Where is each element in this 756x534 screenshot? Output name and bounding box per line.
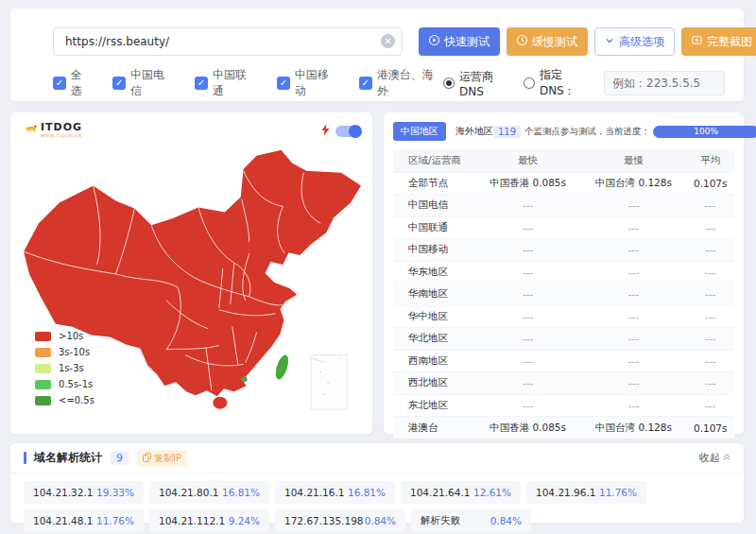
toolbar-card: ✕ 快速测试 缓慢测试 高级选项 (9, 8, 745, 102)
quick-test-button[interactable]: 快速测试 (419, 27, 500, 56)
legend-label: 0.5s-1s (59, 379, 93, 389)
table-row: 中国联通 --- --- --- (393, 216, 734, 239)
dns-count-badge: 9 (111, 451, 129, 465)
quick-test-label: 快速测试 (444, 34, 490, 50)
url-input[interactable] (53, 27, 403, 56)
header-region: 区域/运营商 (393, 149, 475, 172)
checkbox-checked-icon: ✓ (195, 77, 208, 90)
table-row: 东北地区 --- --- --- (393, 394, 734, 417)
checkbox-checked-icon: ✓ (112, 77, 126, 90)
title-accent-bar (24, 452, 26, 464)
clear-input-icon[interactable]: ✕ (381, 34, 395, 48)
clock-icon (517, 35, 527, 48)
collapse-button[interactable]: 收起 (699, 451, 730, 465)
lightning-icon (321, 122, 330, 140)
logo-subtitle: WWW.ITDOG.CN (41, 133, 82, 138)
dog-icon (24, 121, 38, 139)
legend-item: 1s-3s (35, 360, 94, 376)
south-china-sea-inset (311, 354, 347, 409)
play-icon (429, 35, 439, 48)
map-legend: >10s 3s-10s 1s-3s 0.5s-1s <=0.5s (35, 328, 94, 408)
slow-test-label: 缓慢测试 (532, 34, 577, 50)
result-table: 区域/运营商 最快 最慢 平均 全部节点 中国香港 0.085s 中国台湾 0.… (393, 149, 734, 439)
table-row: 西北地区 --- --- --- (393, 372, 734, 395)
legend-label: 3s-10s (59, 347, 90, 357)
legend-swatch-lightgreen (35, 364, 51, 373)
radio-custom-dns[interactable]: 指定DNS： (524, 67, 596, 99)
legend-item: 3s-10s (35, 344, 94, 360)
table-row: 港澳台 中国香港 0.085s 中国台湾 0.128s 0.107s (393, 417, 734, 439)
table-row: 中国移动 --- --- --- (393, 239, 734, 262)
checkbox-label: 港澳台、海外 (377, 67, 444, 99)
checkbox-label: 中国移动 (295, 67, 339, 99)
checkbox-label: 中国电信 (130, 67, 175, 99)
checkbox-label: 中国联通 (213, 67, 257, 99)
ip-chip: 104.21.96.1 11.76% (526, 481, 646, 504)
header-fastest: 最快 (475, 149, 581, 172)
taiwan-region (273, 353, 291, 381)
screenshot-icon (692, 35, 702, 48)
full-screenshot-label: 完整截图 (707, 34, 752, 50)
legend-item: 0.5s-1s (35, 376, 94, 392)
legend-item: >10s (35, 328, 94, 344)
radio-carrier-dns[interactable]: 运营商DNS (443, 69, 516, 98)
legend-item: <=0.5s (35, 392, 94, 408)
dns-stats-panel: 域名解析统计 9 复制IP 收起 104.21.32.1 19.33% 104.… (9, 442, 745, 524)
radio-carrier-dns-label: 运营商DNS (459, 69, 516, 98)
legend-swatch-orange (35, 348, 51, 357)
progress-text: 个监测点参与测试，当前进度： (524, 126, 650, 138)
chevron-down-icon (605, 35, 614, 48)
copy-ip-button[interactable]: 复制IP (137, 450, 187, 467)
legend-swatch-green (35, 380, 51, 389)
header-average: 平均 (686, 149, 734, 172)
ip-chip: 104.21.112.1 9.24% (149, 509, 269, 532)
hongkong-region (242, 376, 248, 382)
toggle-knob (349, 125, 362, 138)
advanced-options-button[interactable]: 高级选项 (594, 27, 675, 56)
copy-icon (143, 453, 151, 464)
url-input-wrap: ✕ (53, 27, 403, 56)
checkbox-china-mobile[interactable]: ✓ 中国移动 (277, 67, 339, 99)
legend-swatch-red (35, 332, 51, 341)
table-row: 华北地区 --- --- --- (393, 328, 734, 351)
ip-chip-list: 104.21.32.1 19.33% 104.21.80.1 16.81% 10… (10, 474, 744, 534)
table-row: 华东地区 --- --- --- (393, 261, 734, 284)
checkbox-select-all[interactable]: ✓ 全选 (53, 67, 93, 99)
chevron-up-icon (723, 452, 730, 464)
slow-test-button[interactable]: 缓慢测试 (507, 27, 588, 56)
copy-ip-label: 复制IP (154, 452, 181, 465)
ip-chip: 104.21.16.1 16.81% (275, 481, 395, 504)
dns-stats-title: 域名解析统计 (34, 450, 102, 466)
legend-label: <=0.5s (59, 395, 94, 405)
table-row: 西南地区 --- --- --- (393, 350, 734, 372)
tab-china-region[interactable]: 中国地区 (393, 122, 446, 141)
checkbox-label: 全选 (71, 67, 94, 99)
table-row: 华南地区 --- --- --- (393, 284, 734, 306)
china-map-panel: ITDOG WWW.ITDOG.CN (9, 112, 373, 435)
radio-selected-icon (443, 78, 455, 89)
ip-chip: 104.21.48.1 11.76% (24, 509, 144, 532)
test-result-panel: 中国地区 海外地区 119 个监测点参与测试，当前进度： 100% 区域/运营商… (383, 112, 745, 435)
custom-dns-input[interactable] (604, 71, 725, 95)
node-count-badge: 119 (493, 126, 521, 138)
table-row: 中国电信 --- --- --- (393, 195, 734, 217)
map-mode-toggle[interactable] (335, 126, 361, 137)
checkbox-checked-icon: ✓ (53, 77, 66, 90)
table-row: 华中地区 --- --- --- (393, 305, 734, 328)
legend-label: 1s-3s (59, 363, 84, 373)
legend-label: >10s (59, 331, 83, 341)
checkbox-china-telecom[interactable]: ✓ 中国电信 (112, 67, 175, 99)
radio-unselected-icon (524, 78, 535, 89)
progress-value: 100% (694, 127, 718, 136)
full-screenshot-button[interactable]: 完整截图 (681, 27, 756, 56)
tab-overseas-region[interactable]: 海外地区 (455, 125, 493, 138)
checkbox-china-unicom[interactable]: ✓ 中国联通 (195, 67, 257, 99)
radio-custom-dns-label: 指定DNS： (540, 67, 596, 99)
header-slowest: 最慢 (581, 149, 687, 172)
advanced-options-label: 高级选项 (619, 34, 664, 50)
ip-chip: 104.21.80.1 16.81% (149, 481, 269, 504)
checkbox-overseas[interactable]: ✓ 港澳台、海外 (359, 67, 443, 99)
ip-chip: 104.21.64.1 12.61% (401, 481, 521, 504)
ip-chip: 104.21.32.1 19.33% (24, 481, 144, 504)
collapse-label: 收起 (699, 451, 720, 465)
